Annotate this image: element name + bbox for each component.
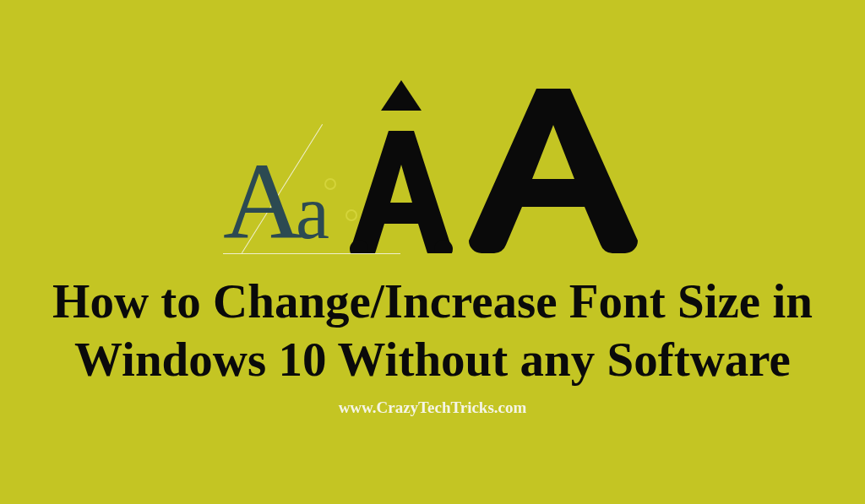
article-title: How to Change/Increase Font Size in Wind…	[52, 273, 813, 388]
serif-capital-a: A	[223, 146, 302, 256]
font-size-graphic: A a	[223, 87, 642, 256]
bold-a-medium-icon	[346, 84, 456, 256]
serif-letters-group: A a	[223, 146, 329, 256]
triangle-up-icon	[381, 80, 422, 111]
accent-dot-icon	[324, 178, 336, 190]
banner-container: A a How to Change/Increase Font Size in …	[0, 0, 865, 504]
bold-a-large-icon	[465, 84, 642, 256]
website-url: www.CrazyTechTricks.com	[339, 398, 527, 417]
